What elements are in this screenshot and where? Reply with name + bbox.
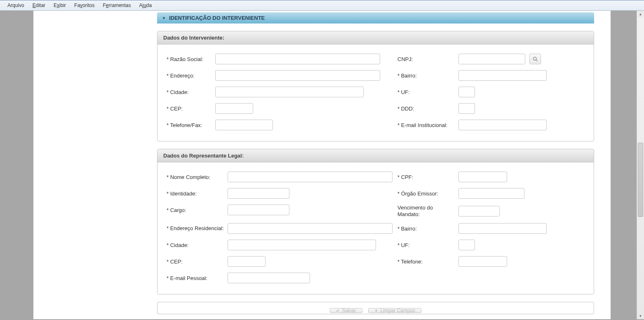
input-ddd[interactable] <box>458 103 475 114</box>
input-cidade-rep[interactable] <box>228 240 376 250</box>
clear-icon: ✶ <box>374 308 378 313</box>
input-bairro[interactable] <box>458 70 547 81</box>
menu-arquivo[interactable]: Arquivo <box>3 1 28 10</box>
label-identidade: * Identidade: <box>167 191 228 197</box>
label-bairro: * Bairro: <box>397 73 458 79</box>
input-cep[interactable] <box>215 103 253 114</box>
limpar-button[interactable]: ✶ Limpar Campos <box>368 308 422 313</box>
input-nome-completo[interactable] <box>228 172 393 182</box>
salvar-label: Salvar <box>342 308 356 313</box>
panel-header-interveniente: Dados do Interveniente: <box>157 31 594 45</box>
input-telefone-fax[interactable] <box>215 120 273 130</box>
input-cidade[interactable] <box>215 87 364 97</box>
menu-editar[interactable]: Editar <box>28 1 49 10</box>
scroll-thumb[interactable] <box>638 143 643 217</box>
label-cargo: * Cargo: <box>167 207 228 213</box>
label-vencimento-mandato: Vencimento do Mandato: <box>397 205 458 217</box>
check-icon: ✔ <box>336 308 340 313</box>
input-razao-social[interactable] <box>215 54 380 64</box>
svg-point-0 <box>534 57 537 61</box>
panel-interveniente: Dados do Interveniente: * Razão Social: … <box>157 31 594 141</box>
label-cnpj: CNPJ: <box>397 56 458 62</box>
salvar-button[interactable]: ✔ Salvar <box>330 308 362 313</box>
input-email-pessoal[interactable] <box>228 273 310 283</box>
input-cargo[interactable] <box>228 205 289 215</box>
label-email-pessoal: * E-mail Pessoal: <box>167 275 228 281</box>
limpar-label: Limpar Campos <box>381 308 416 313</box>
input-cnpj[interactable] <box>458 54 525 64</box>
input-endereco[interactable] <box>215 70 380 81</box>
input-bairro-rep[interactable] <box>458 223 547 234</box>
input-telefone-rep[interactable] <box>458 256 507 267</box>
panel-header-representante: Dados do Representante Legal: <box>157 149 594 162</box>
input-uf-rep[interactable] <box>458 240 475 250</box>
browser-menu-bar: Arquivo Editar Exibir Favoritos Ferramen… <box>0 0 644 11</box>
input-email-institucional[interactable] <box>458 120 547 130</box>
label-razao-social: * Razão Social: <box>167 56 215 62</box>
label-cpf: * CPF: <box>397 174 458 180</box>
label-orgao-emissor: * Órgão Emissor: <box>397 191 458 197</box>
label-uf: * UF: <box>397 89 458 95</box>
panel-body-interveniente: * Razão Social: CNPJ: <box>157 45 594 141</box>
chevron-down-icon: ▼ <box>162 16 166 20</box>
panel-body-representante: * Nome Completo: * CPF: * Identidade: <box>157 162 594 294</box>
input-uf[interactable] <box>458 87 475 97</box>
label-cep: * CEP: <box>167 106 215 112</box>
page-container: ▼ IDENTIFICAÇÃO DO INTERVENIENTE Dados d… <box>33 11 611 319</box>
search-icon <box>533 56 538 61</box>
svg-line-1 <box>536 60 537 61</box>
search-cnpj-button[interactable] <box>529 54 541 64</box>
panel-representante: Dados do Representante Legal: * Nome Com… <box>157 149 594 294</box>
section-header-identificacao[interactable]: ▼ IDENTIFICAÇÃO DO INTERVENIENTE <box>157 12 594 24</box>
label-email-institucional: * E-mail Institucional: <box>397 122 458 128</box>
label-telefone-fax: * Telefone/Fax: <box>167 122 215 128</box>
scroll-up-arrow-icon[interactable]: ▲ <box>638 11 643 17</box>
label-nome-completo: * Nome Completo: <box>167 174 228 180</box>
scroll-down-arrow-icon[interactable]: ▼ <box>638 313 643 319</box>
viewport: ▼ IDENTIFICAÇÃO DO INTERVENIENTE Dados d… <box>0 11 644 319</box>
label-cidade-rep: * Cidade: <box>167 242 228 248</box>
label-cidade: * Cidade: <box>167 89 215 95</box>
label-cep-rep: * CEP: <box>167 259 228 265</box>
label-endereco-residencial: * Endereço Residencial: <box>167 225 228 232</box>
menu-ajuda[interactable]: Ajuda <box>135 1 156 10</box>
input-endereco-residencial[interactable] <box>228 223 393 234</box>
menu-exibir[interactable]: Exibir <box>49 1 70 10</box>
label-uf-rep: * UF: <box>397 242 458 248</box>
input-cpf[interactable] <box>458 172 507 182</box>
section-title: IDENTIFICAÇÃO DO INTERVENIENTE <box>169 15 265 21</box>
input-identidade[interactable] <box>228 188 289 199</box>
label-ddd: * DDD: <box>397 106 458 112</box>
vertical-scrollbar[interactable]: ▲ ▼ <box>637 11 644 319</box>
label-telefone-rep: * Telefone: <box>397 259 458 265</box>
input-vencimento-mandato[interactable] <box>458 206 500 216</box>
input-orgao-emissor[interactable] <box>458 188 524 199</box>
menu-favoritos[interactable]: Favoritos <box>70 1 99 10</box>
label-bairro-rep: * Bairro: <box>397 226 458 232</box>
input-cep-rep[interactable] <box>228 256 266 267</box>
panel-actions: ✔ Salvar ✶ Limpar Campos <box>157 302 594 314</box>
menu-ferramentas[interactable]: Ferramentas <box>99 1 135 10</box>
label-endereco: * Endereço: <box>167 73 215 79</box>
content-area: ▼ IDENTIFICAÇÃO DO INTERVENIENTE Dados d… <box>157 11 594 314</box>
